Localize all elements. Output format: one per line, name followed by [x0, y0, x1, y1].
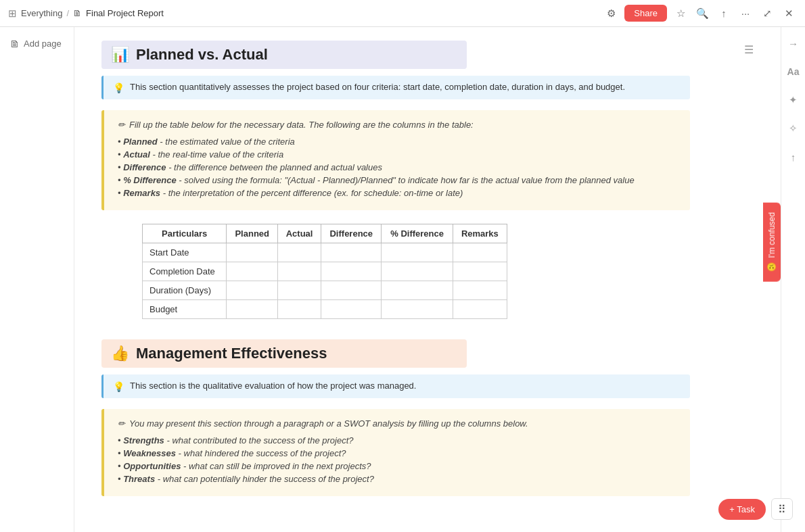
- bullet-list-management: Strengths - what contributed to the succ…: [118, 435, 676, 484]
- pencil-icon: ✏: [118, 120, 125, 130]
- app-grid-icon[interactable]: ⊞: [8, 7, 17, 20]
- row-start-date-label: Start Date: [143, 243, 227, 262]
- row-budget-remarks[interactable]: [453, 300, 507, 319]
- lightbulb-icon-2: 💡: [113, 381, 124, 392]
- instruction-title-management: ✏ You may present this section through a…: [118, 418, 676, 429]
- bullet-remarks: Remarks - the interpretation of the perc…: [118, 188, 676, 198]
- share-button[interactable]: Share: [624, 5, 667, 22]
- row-start-date-planned[interactable]: [227, 243, 278, 262]
- table-row: Duration (Days): [143, 281, 507, 300]
- style-icon-2[interactable]: ✧: [784, 119, 803, 138]
- main-content: 📊 Planned vs. Actual ☰ 💡 This section qu…: [74, 27, 781, 532]
- row-duration-planned[interactable]: [227, 281, 278, 300]
- confused-icon: 😕: [767, 262, 777, 272]
- row-duration-remarks[interactable]: [453, 281, 507, 300]
- bullet-pct-difference: % Difference - solved using the formula:…: [118, 175, 676, 185]
- expand-icon[interactable]: ⤢: [759, 5, 775, 22]
- more-icon[interactable]: ···: [737, 5, 754, 22]
- expand-right-icon[interactable]: →: [784, 34, 803, 53]
- section-title-management: Management Effectiveness: [136, 345, 327, 362]
- instruction-intro-planned: Fill up the table below for the necessar…: [129, 120, 474, 130]
- row-duration-pct[interactable]: [382, 281, 453, 300]
- bullet-strengths: Strengths - what contributed to the succ…: [118, 435, 676, 445]
- col-remarks: Remarks: [453, 224, 507, 243]
- row-start-date-pct[interactable]: [382, 243, 453, 262]
- row-completion-date-actual[interactable]: [278, 262, 321, 281]
- section-planned-vs-actual: 📊 Planned vs. Actual ☰ 💡 This section qu…: [101, 41, 754, 319]
- task-button[interactable]: + Task: [718, 499, 766, 520]
- row-completion-date-planned[interactable]: [227, 262, 278, 281]
- layout: 🗎 Add page 📊 Planned vs. Actual ☰ 💡 This…: [0, 27, 805, 532]
- instruction-title-planned: ✏ Fill up the table below for the necess…: [118, 120, 676, 130]
- toolbar-list-icon[interactable]: ☰: [744, 43, 754, 56]
- bullet-weaknesses: Weaknesses - what hindered the success o…: [118, 448, 676, 458]
- planned-actual-table: Particulars Planned Actual Difference % …: [142, 224, 507, 319]
- lightbulb-icon: 💡: [113, 82, 124, 93]
- confused-label: I'm confused: [767, 212, 777, 258]
- breadcrumb: ⊞ Everything / 🗎 Final Project Report: [8, 7, 597, 20]
- sidebar-left: 🗎 Add page: [0, 27, 74, 532]
- row-budget-actual[interactable]: [278, 300, 321, 319]
- col-difference: Difference: [321, 224, 382, 243]
- section-management-effectiveness: 👍 Management Effectiveness 💡 This sectio…: [101, 339, 754, 496]
- breadcrumb-app[interactable]: Everything: [21, 8, 62, 18]
- export-icon[interactable]: ↑: [716, 5, 732, 22]
- star-icon[interactable]: ☆: [672, 5, 689, 22]
- bullet-list-planned: Planned - the estimated value of the cri…: [118, 137, 676, 198]
- section-title-planned: Planned vs. Actual: [136, 46, 268, 64]
- row-budget-pct[interactable]: [382, 300, 453, 319]
- doc-title: Final Project Report: [86, 8, 164, 18]
- table-row: Budget: [143, 300, 507, 319]
- bullet-planned: Planned - the estimated value of the cri…: [118, 137, 676, 147]
- topbar: ⊞ Everything / 🗎 Final Project Report ⚙ …: [0, 0, 805, 27]
- grid-dots-icon: ⠿: [778, 503, 786, 516]
- row-completion-date-pct[interactable]: [382, 262, 453, 281]
- bullet-threats: Threats - what can potentially hinder th…: [118, 474, 676, 484]
- info-text-management: This section is the qualitative evaluati…: [130, 381, 416, 391]
- row-duration-label: Duration (Days): [143, 281, 227, 300]
- info-box-planned: 💡 This section quantitatively assesses t…: [101, 76, 690, 99]
- topbar-actions: ⚙ Share ☆ 🔍 ↑ ··· ⤢ ✕: [603, 5, 797, 22]
- add-page-label: Add page: [24, 39, 62, 49]
- bullet-actual: Actual - the real-time value of the crit…: [118, 149, 676, 160]
- confused-button[interactable]: 😕 I'm confused: [763, 203, 781, 282]
- table-header-row: Particulars Planned Actual Difference % …: [143, 224, 507, 243]
- row-budget-label: Budget: [143, 300, 227, 319]
- font-size-icon[interactable]: Aa: [784, 62, 803, 81]
- section-heading-planned: 📊 Planned vs. Actual: [101, 41, 467, 69]
- row-completion-date-diff[interactable]: [321, 262, 382, 281]
- breadcrumb-sep: /: [66, 8, 69, 18]
- row-start-date-actual[interactable]: [278, 243, 321, 262]
- instruction-box-planned: ✏ Fill up the table below for the necess…: [101, 110, 690, 210]
- info-text-planned: This section quantitatively assesses the…: [130, 82, 625, 92]
- bottom-buttons: + Task ⠿: [718, 498, 793, 520]
- settings-icon[interactable]: ⚙: [603, 5, 619, 22]
- instruction-intro-management: You may present this section through a p…: [129, 418, 528, 429]
- row-duration-diff[interactable]: [321, 281, 382, 300]
- row-start-date-remarks[interactable]: [453, 243, 507, 262]
- row-budget-diff[interactable]: [321, 300, 382, 319]
- add-page-button[interactable]: 🗎 Add page: [5, 35, 68, 52]
- row-start-date-diff[interactable]: [321, 243, 382, 262]
- row-duration-actual[interactable]: [278, 281, 321, 300]
- table-row: Start Date: [143, 243, 507, 262]
- search-icon[interactable]: 🔍: [694, 5, 710, 22]
- col-planned: Planned: [227, 224, 278, 243]
- add-page-icon: 🗎: [9, 38, 20, 49]
- thumbsup-icon: 👍: [111, 345, 129, 362]
- bullet-difference: Difference - the difference between the …: [118, 162, 676, 172]
- upload-icon[interactable]: ↑: [784, 147, 803, 166]
- col-pct-difference: % Difference: [382, 224, 453, 243]
- style-icon-1[interactable]: ✦: [784, 91, 803, 110]
- row-budget-planned[interactable]: [227, 300, 278, 319]
- chart-icon: 📊: [111, 46, 129, 64]
- bullet-opportunities: Opportunities - what can still be improv…: [118, 461, 676, 471]
- row-completion-date-remarks[interactable]: [453, 262, 507, 281]
- sidebar-right: → Aa ✦ ✧ ↑: [781, 27, 805, 532]
- planned-actual-table-wrapper: Particulars Planned Actual Difference % …: [142, 224, 507, 319]
- row-completion-date-label: Completion Date: [143, 262, 227, 281]
- instruction-box-management: ✏ You may present this section through a…: [101, 409, 690, 496]
- dots-grid-button[interactable]: ⠿: [771, 498, 793, 520]
- close-icon[interactable]: ✕: [781, 5, 797, 22]
- info-box-management: 💡 This section is the qualitative evalua…: [101, 374, 690, 398]
